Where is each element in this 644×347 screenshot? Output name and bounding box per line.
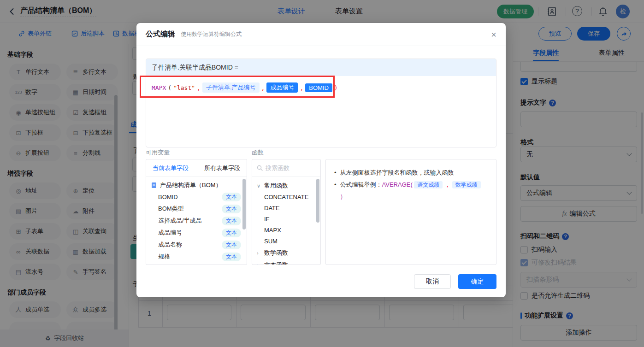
formula-editor: 子件清单.关联半成品BOMID = MAPX("last", 子件清单.产品编号…	[146, 59, 496, 147]
functions-scrollbar[interactable]	[316, 179, 319, 223]
modal-footer: 取消 确定	[414, 274, 496, 289]
variables-tabs: 当前表单字段 所有表单字段	[146, 159, 247, 177]
field-type-badge: 文本	[222, 217, 241, 225]
variable-row[interactable]: 选择成品/半成品文本	[146, 215, 247, 227]
search-icon	[257, 165, 263, 171]
function-group-math[interactable]: › 数学函数	[252, 247, 320, 259]
function-item-concatenate[interactable]: CONCATENATE	[252, 192, 320, 203]
formula-help-panel: • 从左侧面板选择字段名和函数，或输入函数 • 公式编辑举例：AVERAGE( …	[325, 159, 496, 265]
functions-section-label: 函数	[252, 148, 264, 157]
caret-down-icon: ∨	[257, 183, 261, 189]
function-item-date[interactable]: DATE	[252, 203, 320, 214]
functions-panel: ∨ 常用函数 CONCATENATE DATE IF MAPX SUM › 数学…	[252, 159, 321, 265]
example-field-chip: 语文成绩	[414, 181, 443, 188]
variables-section-label: 可用变量	[146, 148, 170, 157]
field-type-badge: 文本	[222, 205, 241, 213]
function-search	[252, 159, 320, 177]
modal-header: 公式编辑 使用数学运算符编辑公式 ×	[136, 23, 506, 46]
app-screen: 产品结构清单（BOM） 表单设计 表单设置 数据管理 ? 检 表单外链 后端脚本…	[0, 0, 644, 347]
variable-row[interactable]: BOMID文本	[146, 191, 247, 203]
function-item-mapx[interactable]: MAPX	[252, 225, 320, 236]
confirm-button[interactable]: 确定	[458, 274, 496, 289]
field-type-badge: 文本	[222, 229, 241, 237]
variable-row[interactable]: 成品编号文本	[146, 227, 247, 239]
function-item-if[interactable]: IF	[252, 214, 320, 225]
variable-row[interactable]: 成品名称文本	[146, 239, 247, 251]
tab-all-form-fields[interactable]: 所有表单字段	[204, 164, 240, 172]
variables-scrollbar[interactable]	[242, 179, 246, 229]
form-document-icon	[151, 182, 157, 188]
help-tip: • 从左侧面板选择字段名和函数，或输入函数	[334, 167, 488, 179]
variable-row[interactable]: 规格文本	[146, 251, 247, 263]
variables-panel: 当前表单字段 所有表单字段 产品结构清单（BOM） BOMID文本 BOM类型文…	[146, 159, 247, 265]
field-type-badge: 文本	[222, 241, 241, 249]
example-field-chip: 数学成绩	[452, 181, 481, 188]
modal-subtitle: 使用数学运算符编辑公式	[181, 30, 242, 38]
variable-row[interactable]: BOM类型文本	[146, 203, 247, 215]
form-tree-root[interactable]: 产品结构清单（BOM）	[146, 177, 247, 191]
caret-right-icon: ›	[257, 250, 261, 256]
close-icon[interactable]: ×	[491, 30, 496, 39]
field-type-badge: 文本	[222, 193, 241, 201]
function-item-sum[interactable]: SUM	[252, 236, 320, 247]
tab-current-form-fields[interactable]: 当前表单字段	[153, 164, 189, 172]
function-search-input[interactable]	[266, 165, 310, 171]
formula-edit-modal: 公式编辑 使用数学运算符编辑公式 × 子件清单.关联半成品BOMID = MAP…	[136, 23, 506, 297]
modal-title: 公式编辑	[146, 29, 175, 39]
cancel-button[interactable]: 取消	[414, 274, 451, 289]
help-example: • 公式编辑举例：AVERAGE( 语文成绩 ， 数学成绩 ）	[334, 179, 488, 203]
function-group-text[interactable]: › 文本函数	[252, 259, 320, 265]
formula-target: 子件清单.关联半成品BOMID =	[146, 59, 496, 76]
field-type-badge: 文本	[222, 253, 241, 261]
function-group-common[interactable]: ∨ 常用函数	[252, 180, 320, 192]
caret-right-icon: ›	[257, 262, 261, 265]
formula-highlight-annotation	[140, 76, 335, 98]
